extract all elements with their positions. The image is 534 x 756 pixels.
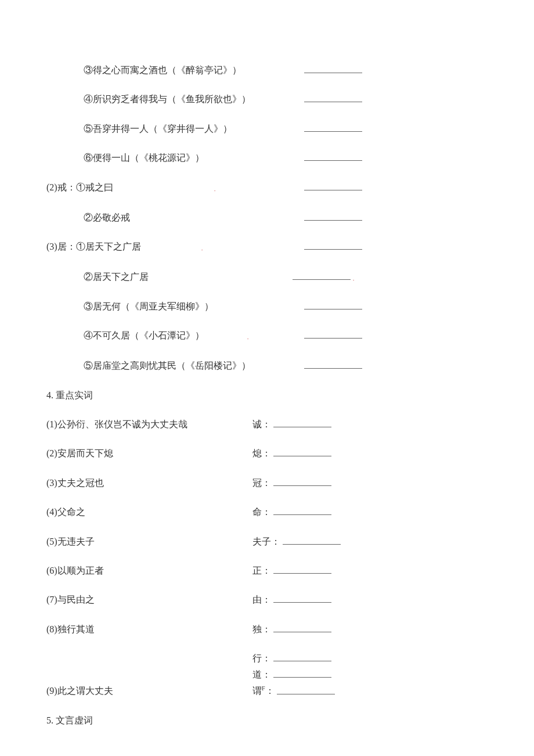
- vocab-line: (2)安居而天下熄 熄：: [46, 447, 488, 460]
- mark-dot: ・: [351, 278, 356, 284]
- item-line: ③居无何（《周亚夫军细柳》）: [46, 300, 488, 313]
- definition-label: 熄：: [252, 447, 331, 460]
- item-text: ⑤居庙堂之高则忧其民（《岳阳楼记》）: [84, 359, 251, 372]
- blank-slot: [302, 181, 362, 194]
- sentence: (3)丈夫之冠也: [46, 477, 104, 489]
- blank-slot: [302, 152, 362, 164]
- blank-line[interactable]: [273, 669, 331, 678]
- sentence: (8)独行其道: [46, 623, 95, 636]
- group-label: (3)居：①居天下之广居・: [46, 240, 205, 254]
- group-label: (2)戒：①戒之曰・: [46, 181, 218, 195]
- blank-line[interactable]: [293, 272, 351, 280]
- blank-line[interactable]: [273, 566, 331, 574]
- group-header-line: (2)戒：①戒之曰・: [46, 181, 488, 195]
- blank-line[interactable]: [283, 537, 341, 545]
- definition-label: 道：: [252, 668, 331, 681]
- blank-slot: [302, 93, 362, 106]
- section-title: 4. 重点实词: [46, 389, 488, 402]
- sentence: (2)安居而天下熄: [46, 447, 113, 460]
- blank-line[interactable]: [273, 478, 331, 486]
- blank-line[interactable]: [304, 153, 362, 161]
- blank-slot: ・: [290, 271, 356, 285]
- vocab-line: (6)以顺为正者 正：: [46, 564, 488, 577]
- item-line: ⑥便得一山（《桃花源记》）: [46, 152, 488, 164]
- blank-slot: [302, 64, 362, 77]
- item-line: ②居天下之广居 ・: [46, 271, 488, 283]
- mark-dot: ・: [199, 247, 205, 253]
- item-line: ③得之心而寓之酒也（《醉翁亭记》）: [46, 64, 488, 77]
- blank-line[interactable]: [273, 419, 331, 427]
- blank-line[interactable]: [273, 653, 331, 661]
- item-text: ④不可久居（《小石潭记》）・: [84, 329, 251, 343]
- definition-label: 独：: [252, 623, 331, 636]
- definition-label: 诚：: [252, 418, 331, 431]
- item-text: ⑥便得一山（《桃花源记》）: [84, 152, 204, 164]
- sentence: (6)以顺为正者: [46, 564, 104, 577]
- item-line: ②必敬必戒: [46, 211, 488, 224]
- item-text: ②居天下之广居: [84, 271, 149, 283]
- section-title: 5. 文言虚词: [46, 714, 488, 727]
- sentence: (4)父命之: [46, 506, 85, 519]
- vocab-line: (3)丈夫之冠也 冠：: [46, 477, 488, 489]
- blank-slot: [302, 240, 362, 253]
- item-text: ③得之心而寓之酒也（《醉翁亭记》）: [84, 64, 241, 77]
- item-text: ②必敬必戒: [84, 211, 130, 224]
- item-text: ⑤吾穿井得一人（《穿井得一人》）: [84, 123, 232, 135]
- blank-line[interactable]: [304, 330, 362, 339]
- definition-label: 谓F：: [252, 685, 335, 698]
- sentence: (7)与民由之: [46, 593, 95, 606]
- sentence: (5)无违夫子: [46, 535, 95, 548]
- blank-line[interactable]: [304, 213, 362, 221]
- blank-slot: [302, 123, 362, 135]
- vocab-line: (1)公孙衍、张仪岂不诚为大丈夫哉 诚：: [46, 418, 488, 431]
- blank-line[interactable]: [304, 94, 362, 102]
- item-line: ④所识穷乏者得我与（《鱼我所欲也》）: [46, 93, 488, 106]
- blank-line[interactable]: [277, 686, 335, 694]
- mark-dot: ・: [212, 188, 218, 194]
- blank-line[interactable]: [304, 242, 362, 250]
- vocab-line: (9)此之谓大丈夫 谓F：: [46, 685, 488, 697]
- definition-label: 行：: [252, 652, 331, 665]
- blank-line[interactable]: [273, 448, 331, 456]
- blank-line[interactable]: [304, 124, 362, 132]
- blank-slot: [302, 211, 362, 224]
- vocab-line: (5)无违夫子 夫子：: [46, 535, 488, 548]
- definition-label: 正：: [252, 564, 331, 577]
- blank-slot: [302, 300, 362, 313]
- definition-label: 夫子：: [252, 535, 341, 548]
- blank-slot: [302, 359, 362, 372]
- blank-line[interactable]: [304, 361, 362, 369]
- blank-line[interactable]: [304, 301, 362, 309]
- mark-dot: ・: [245, 336, 251, 342]
- blank-line[interactable]: [273, 624, 331, 632]
- vocab-line: (4)父命之 命：: [46, 506, 488, 519]
- item-line: ④不可久居（《小石潭记》）・: [46, 329, 488, 343]
- blank-line[interactable]: [304, 182, 362, 190]
- definition-label: 由：: [252, 593, 331, 606]
- item-line: ⑤居庙堂之高则忧其民（《岳阳楼记》）: [46, 359, 488, 372]
- item-text: ③居无何（《周亚夫军细柳》）: [84, 300, 214, 313]
- blank-slot: [302, 329, 362, 342]
- item-line: ⑤吾穿井得一人（《穿井得一人》）: [46, 123, 488, 135]
- definition-label: 命：: [252, 506, 331, 519]
- definition-label: 冠：: [252, 477, 331, 489]
- blank-line[interactable]: [273, 595, 331, 603]
- group-header-line: (3)居：①居天下之广居・: [46, 240, 488, 254]
- vocab-line: (7)与民由之 由：: [46, 593, 488, 606]
- blank-line[interactable]: [273, 507, 331, 515]
- blank-line[interactable]: [304, 65, 362, 73]
- item-text: ④所识穷乏者得我与（《鱼我所欲也》）: [84, 93, 251, 106]
- vocab-line: (8)独行其道 独：: [46, 623, 488, 636]
- sentence: (1)公孙衍、张仪岂不诚为大丈夫哉: [46, 418, 187, 431]
- sentence: (9)此之谓大丈夫: [46, 685, 113, 697]
